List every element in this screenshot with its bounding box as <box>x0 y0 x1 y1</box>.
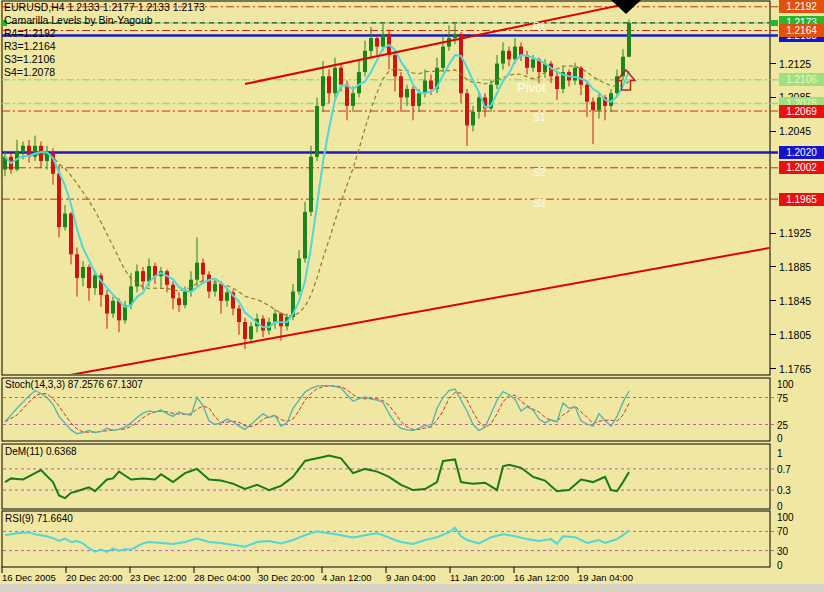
price-label: 1.1885 <box>779 261 811 273</box>
stochastic-label: Stoch(14,3,3) 87.2576 67.1307 <box>5 379 143 390</box>
time-axis-label: 20 Dec 20:00 <box>66 572 123 583</box>
pivot-label-r1: R1 <box>533 21 546 32</box>
camarilla-level-s4: S4=1.2078 <box>4 66 205 79</box>
candle <box>591 97 595 144</box>
chart-title: EURUSD,H4 1.2133 1.2177 1.2133 1.2173 <box>4 1 205 14</box>
price-box-label: 1.2002 <box>779 161 824 174</box>
price-label: 1.1805 <box>779 329 811 341</box>
candle <box>75 247 79 296</box>
candle <box>297 250 301 295</box>
price-label: 1.1765 <box>779 363 811 375</box>
time-axis-label: 19 Jan 04:00 <box>578 572 633 583</box>
price-box-label: 1.2069 <box>779 105 824 118</box>
candle <box>303 202 307 263</box>
price-label: 1.2045 <box>779 125 811 137</box>
time-axis-label: 23 Dec 12:00 <box>130 572 187 583</box>
time-axis-label: 4 Jan 12:00 <box>322 572 372 583</box>
price-scale-tick <box>770 300 776 301</box>
mt4-chart-window: EURUSD,H4 1.2133 1.2177 1.2133 1.2173 Ca… <box>0 0 824 592</box>
chart-canvas <box>0 0 824 592</box>
stoch-main-line <box>5 386 629 434</box>
chart-header: EURUSD,H4 1.2133 1.2177 1.2133 1.2173 Ca… <box>4 1 205 79</box>
rsi-scale-label: 70 <box>777 526 788 537</box>
demarker-label: DeM(11) 0.6368 <box>5 446 77 457</box>
candle <box>501 42 505 69</box>
price-label: 1.1925 <box>779 227 811 239</box>
camarilla-level-r3: R3=1.2164 <box>4 40 205 53</box>
time-axis-label: 28 Dec 04:00 <box>194 572 251 583</box>
candle <box>51 148 55 184</box>
indicator-title: Camarilla Levels by Bin-Yagoub <box>4 14 205 27</box>
time-axis-label: 16 Dec 2005 <box>2 572 56 583</box>
candle <box>597 93 601 118</box>
stoch-scale-label: 0 <box>777 433 783 444</box>
candle <box>495 55 499 89</box>
rsi-scale-label: 0 <box>777 560 783 571</box>
candle <box>387 30 391 70</box>
pivot-label-s3: S3 <box>533 198 545 209</box>
rsi-window[interactable] <box>2 511 770 567</box>
time-axis-label: 9 Jan 04:00 <box>386 572 436 583</box>
candle <box>63 205 67 230</box>
candle <box>459 32 463 103</box>
time-axis[interactable]: 16 Dec 200520 Dec 20:0023 Dec 12:0028 De… <box>0 568 770 584</box>
candle <box>105 290 109 329</box>
stoch-scale-label: 100 <box>777 379 794 390</box>
candle <box>441 36 445 72</box>
dem-scale-label: 0.3 <box>777 485 791 496</box>
candle <box>153 263 157 284</box>
candle <box>3 151 7 176</box>
price-scale-tick <box>770 368 776 369</box>
pivot-label-s1: S1 <box>533 112 545 123</box>
candle <box>273 309 277 328</box>
candle <box>369 27 373 58</box>
price-scale-tick <box>770 233 776 234</box>
candle <box>249 322 253 343</box>
candle <box>81 261 85 286</box>
price-box-label: 1.1965 <box>779 193 824 206</box>
camarilla-level-s3: S3=1.2106 <box>4 53 205 66</box>
rsi-label: RSI(9) 71.6640 <box>5 513 73 524</box>
stoch-scale-label: 75 <box>777 393 788 404</box>
dem-line <box>5 456 629 499</box>
dem-scale-label: 0 <box>777 501 783 512</box>
candle <box>159 267 163 288</box>
candle <box>351 86 355 111</box>
candle <box>69 212 73 265</box>
dem-scale-label: 0.7 <box>777 464 791 475</box>
candle <box>219 281 223 313</box>
price-label: 1.2125 <box>779 58 811 70</box>
candle <box>33 136 37 161</box>
trendline-lower <box>70 238 824 375</box>
time-axis-label: 16 Jan 12:00 <box>514 572 569 583</box>
time-axis-label: 30 Dec 20:00 <box>258 572 315 583</box>
candle <box>471 106 475 131</box>
candle <box>579 66 583 95</box>
candle <box>519 42 523 61</box>
price-box-label: 1.2164 <box>779 24 824 37</box>
rsi-scale-label: 100 <box>777 512 794 523</box>
rsi-line <box>5 528 629 552</box>
price-label: 1.1845 <box>779 295 811 307</box>
price-scale-tick <box>770 63 776 64</box>
window-bottom-strip <box>0 584 824 592</box>
candle <box>393 51 397 92</box>
candle <box>87 264 91 300</box>
candle <box>135 264 139 292</box>
price-scale-tick <box>770 131 776 132</box>
candle <box>327 69 331 103</box>
candle <box>177 292 181 311</box>
candle <box>399 72 403 112</box>
price-box-label: 1.2106 <box>779 73 824 86</box>
candle <box>573 63 577 85</box>
candle <box>567 69 571 86</box>
price-box-label: 1.2192 <box>779 0 824 13</box>
pivot-label-s2: S2 <box>533 167 545 178</box>
candle <box>45 146 49 170</box>
dem-scale-label: 1 <box>777 448 783 459</box>
price-scale-tick <box>770 266 776 267</box>
candle <box>507 47 511 66</box>
candle <box>15 140 19 171</box>
rsi-scale-label: 30 <box>777 546 788 557</box>
price-scale[interactable]: 1.21251.20851.20451.19251.18851.18451.18… <box>770 0 824 584</box>
